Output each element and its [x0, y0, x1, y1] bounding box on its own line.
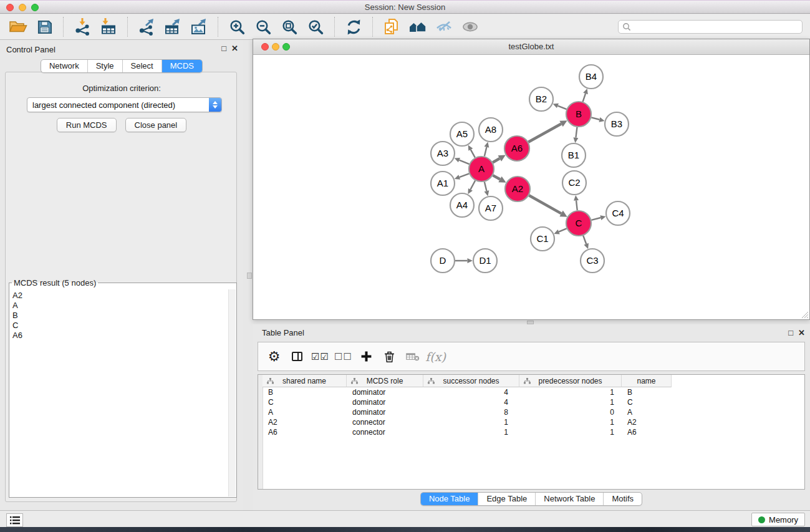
delete-table-icon[interactable] [403, 346, 422, 367]
graph-edge-A-A4[interactable] [470, 181, 475, 190]
tab-network[interactable]: Network [41, 60, 87, 72]
column-header-successor-nodes[interactable]: successor nodes [423, 375, 519, 387]
graph-node-C3[interactable]: C3 [581, 249, 604, 273]
column-header-name[interactable]: name [622, 375, 672, 387]
scrollbar[interactable] [228, 289, 236, 496]
network-graph[interactable]: AA1A2A3A4A5A6A7A8BB1B2B3B4CC1C2C3C4DD1 [253, 55, 809, 320]
clone-network-icon[interactable] [378, 16, 405, 38]
column-header-predecessor-nodes[interactable]: predecessor nodes [519, 375, 622, 387]
tab-select[interactable]: Select [122, 60, 162, 72]
import-network-icon[interactable] [69, 16, 95, 38]
close-panel-icon[interactable]: ✕ [231, 44, 238, 53]
graph-edge-A6-B[interactable] [528, 124, 561, 142]
column-header-MCDS-role[interactable]: MCDS role [347, 375, 423, 387]
graph-node-A6[interactable]: A6 [504, 136, 529, 161]
import-table-icon[interactable] [95, 16, 122, 38]
graph-node-B3[interactable]: B3 [605, 112, 629, 136]
deselect-all-rows-icon[interactable]: ☐☐ [334, 346, 353, 367]
export-table-icon[interactable] [160, 16, 186, 38]
graph-edge-A-A6[interactable] [493, 158, 499, 162]
graph-edge-B-B3[interactable] [591, 117, 599, 119]
graph-edge-A-A3[interactable] [459, 160, 469, 164]
zoom-in-icon[interactable] [224, 16, 250, 38]
graph-node-C1[interactable]: C1 [531, 227, 554, 251]
float-panel-icon[interactable]: □ [788, 328, 793, 337]
select-all-rows-icon[interactable]: ☑☑ [311, 346, 330, 367]
mcds-result-item[interactable]: C [12, 321, 229, 331]
tab-network-table[interactable]: Network Table [535, 493, 603, 505]
graph-node-A5[interactable]: A5 [450, 122, 474, 146]
open-session-icon[interactable] [5, 16, 31, 38]
mcds-result-list[interactable]: A2ABCA6 [10, 289, 229, 496]
network-canvas[interactable]: AA1A2A3A4A5A6A7A8BB1B2B3B4CC1C2C3C4DD1 [253, 55, 809, 319]
graph-edge-B-B1[interactable] [576, 127, 577, 138]
network-window-titlebar[interactable]: testGlobe.txt [253, 39, 809, 55]
task-history-button[interactable] [6, 513, 23, 527]
close-panel-icon[interactable]: ✕ [798, 328, 805, 337]
table-row[interactable]: Cdominator41C [263, 397, 804, 407]
column-header-shared-name[interactable]: shared name [263, 375, 347, 387]
graph-node-A4[interactable]: A4 [450, 193, 474, 217]
graph-node-A[interactable]: A [469, 157, 494, 181]
mcds-result-item[interactable]: A [12, 301, 229, 311]
graph-node-A7[interactable]: A7 [479, 196, 503, 220]
export-image-icon[interactable] [186, 16, 212, 38]
criterion-dropdown[interactable]: largest connected component (directed) [27, 97, 222, 112]
vertical-splitter-grip[interactable] [247, 273, 252, 279]
tab-motifs[interactable]: Motifs [603, 493, 642, 505]
show-all-icon[interactable] [457, 16, 483, 38]
float-panel-icon[interactable]: □ [221, 44, 226, 53]
delete-column-icon[interactable] [380, 346, 399, 367]
graph-edge-C-C4[interactable] [591, 218, 600, 220]
search-field[interactable] [618, 20, 803, 34]
mcds-result-item[interactable]: B [12, 311, 229, 321]
graph-node-C2[interactable]: C2 [562, 171, 586, 195]
tab-edge-table[interactable]: Edge Table [478, 493, 535, 505]
equation-builder-icon[interactable]: f(x) [426, 346, 445, 367]
memory-button[interactable]: Memory [751, 513, 805, 526]
graph-edge-C-C2[interactable] [576, 200, 577, 210]
hide-selected-icon[interactable] [431, 16, 457, 38]
add-column-icon[interactable] [357, 346, 376, 367]
graph-node-B[interactable]: B [566, 102, 591, 127]
graph-edge-B-B4[interactable] [583, 94, 586, 102]
search-input[interactable] [631, 22, 798, 32]
resize-grip-icon[interactable] [800, 310, 808, 318]
tab-style[interactable]: Style [87, 60, 122, 72]
table-settings-icon[interactable]: ⚙ [264, 346, 284, 367]
graph-edge-A-A7[interactable] [485, 181, 487, 191]
graph-edge-A-A2[interactable] [493, 175, 500, 179]
tab-node-table[interactable]: Node Table [421, 493, 478, 505]
table-row[interactable]: A6connector11A6 [263, 427, 804, 437]
zoom-selected-icon[interactable] [302, 16, 329, 38]
graph-node-B1[interactable]: B1 [562, 143, 586, 167]
save-session-icon[interactable] [31, 16, 57, 38]
graph-node-A1[interactable]: A1 [431, 172, 455, 195]
table-row[interactable]: A2connector11A2 [263, 417, 804, 427]
tab-mcds[interactable]: MCDS [162, 60, 202, 72]
refresh-view-icon[interactable] [340, 16, 367, 38]
graph-node-C4[interactable]: C4 [606, 201, 630, 225]
run-mcds-button[interactable]: Run MCDS [57, 118, 117, 132]
zoom-out-icon[interactable] [250, 16, 276, 38]
graph-edge-A-A8[interactable] [485, 147, 487, 157]
graph-node-D[interactable]: D [431, 249, 455, 273]
graph-edge-A2-C[interactable] [529, 195, 561, 213]
graph-edge-A-A1[interactable] [460, 173, 470, 177]
graph-edge-B-B2[interactable] [557, 106, 566, 110]
table-row[interactable]: Adominator80A [263, 407, 804, 417]
graph-node-A3[interactable]: A3 [431, 142, 455, 165]
graph-node-B4[interactable]: B4 [579, 65, 603, 89]
home-view-icon[interactable] [405, 16, 431, 38]
export-network-icon[interactable] [133, 16, 160, 38]
graph-edge-A-A5[interactable] [471, 150, 475, 158]
mcds-result-item[interactable]: A6 [12, 331, 229, 341]
graph-node-B2[interactable]: B2 [529, 87, 553, 111]
graph-node-A8[interactable]: A8 [479, 118, 503, 142]
show-columns-icon[interactable] [287, 346, 307, 367]
mcds-result-item[interactable]: A2 [12, 291, 229, 301]
zoom-fit-icon[interactable] [276, 16, 302, 38]
graph-node-D1[interactable]: D1 [473, 249, 497, 273]
graph-edge-C-C3[interactable] [583, 236, 586, 244]
graph-node-A2[interactable]: A2 [505, 177, 530, 201]
